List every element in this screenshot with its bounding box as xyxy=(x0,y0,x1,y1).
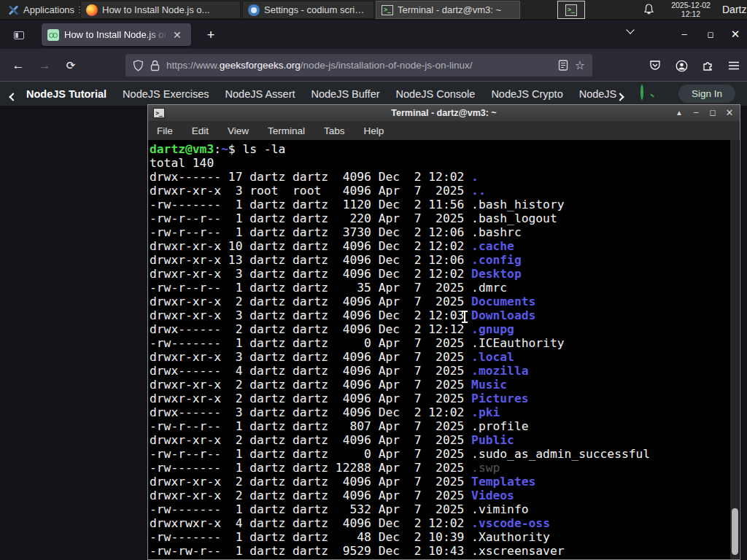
nav-items: NodeJS Tutorial NodeJS Exercises NodeJS … xyxy=(26,82,619,106)
scrollbar-thumb[interactable] xyxy=(732,508,738,555)
list-all-tabs-button[interactable] xyxy=(622,27,639,42)
taskbar-window-terminal[interactable]: >_ Terminal - dartz@vm3: ~ xyxy=(376,1,520,19)
chevron-right-icon xyxy=(616,93,624,101)
terminal-icon: >_ xyxy=(565,4,577,16)
firefox-icon xyxy=(86,4,98,16)
terminal-window: >_ Terminal - dartz@vm3: ~ ▲ – ◻ ✕ File … xyxy=(147,104,740,560)
terminal-close-button[interactable]: ✕ xyxy=(721,105,738,121)
firefox-view-button[interactable] xyxy=(9,25,29,45)
applications-label: Applications xyxy=(23,4,74,15)
terminal-line: drwx------ 17 dartz dartz 4096 Dec 2 12:… xyxy=(150,170,740,184)
bookmark-star-icon[interactable]: ☆ xyxy=(575,58,585,72)
nav-item-console[interactable]: NodeJS Console xyxy=(396,88,476,100)
reload-button[interactable]: ⟳ xyxy=(61,56,80,75)
terminal-shade-button[interactable]: ▲ xyxy=(671,105,687,121)
extensions-icon[interactable] xyxy=(697,55,718,76)
tab-title: How to Install Node.js on xyxy=(64,29,168,40)
terminal-line: drwxr-xr-x 2 dartz dartz 4096 Apr 7 2025… xyxy=(150,433,740,447)
browser-maximize-button[interactable]: ◻ xyxy=(701,25,720,44)
nav-item-tutorial[interactable]: NodeJS Tutorial xyxy=(26,88,107,100)
nav-item-dns[interactable]: NodeJS DNS xyxy=(579,88,619,100)
applications-menu-button[interactable]: Applications xyxy=(3,0,90,20)
terminal-line: -rw-r--r-- 1 dartz dartz 3730 Dec 2 12:0… xyxy=(150,225,740,239)
terminal-line: -rw------- 1 dartz dartz 532 Apr 7 2025 … xyxy=(150,502,740,516)
menu-tabs[interactable]: Tabs xyxy=(324,125,345,136)
terminal-line: drwx------ 3 dartz dartz 4096 Dec 2 12:0… xyxy=(150,405,740,419)
browser-minimize-button[interactable]: – xyxy=(675,25,694,44)
terminal-line: drwxr-xr-x 3 dartz dartz 4096 Dec 2 12:0… xyxy=(150,308,740,322)
terminal-line: -rw------- 1 dartz dartz 48 Dec 2 10:39 … xyxy=(150,530,740,544)
nav-scroll-left-button[interactable] xyxy=(10,90,16,103)
search-icon xyxy=(640,85,643,100)
browser-tab-bar: How to Install Node.js on ✕ + – ◻ ✕ xyxy=(0,20,747,49)
terminal-titlebar[interactable]: >_ Terminal - dartz@vm3: ~ ▲ – ◻ ✕ xyxy=(148,105,740,121)
terminal-line: drwxr-xr-x 13 dartz dartz 4096 Dec 2 12:… xyxy=(150,253,740,267)
browser-tab-active[interactable]: How to Install Node.js on ✕ xyxy=(42,23,191,46)
terminal-line: drwxr-xr-x 2 dartz dartz 4096 Apr 7 2025… xyxy=(150,489,740,502)
terminal-line: drwxr-xr-x 2 dartz dartz 4096 Apr 7 2025… xyxy=(150,295,740,308)
terminal-line: drwxr-xr-x 10 dartz dartz 4096 Dec 2 12:… xyxy=(150,239,740,253)
nav-item-buffer[interactable]: NodeJS Buffer xyxy=(311,88,380,100)
terminal-minimize-button[interactable]: – xyxy=(688,105,704,121)
terminal-maximize-button[interactable]: ◻ xyxy=(705,105,721,121)
taskbar-window-firefox[interactable]: How to Install Node.js o... xyxy=(80,1,241,19)
terminal-line: drwxr-xr-x 3 root root 4096 Apr 7 2025 .… xyxy=(150,184,740,198)
search-button[interactable] xyxy=(640,86,657,102)
nav-item-assert[interactable]: NodeJS Assert xyxy=(225,88,295,100)
terminal-line: drwxr-xr-x 2 dartz dartz 4096 Apr 7 2025… xyxy=(150,475,740,489)
clock-time: 12:12 xyxy=(662,10,719,19)
menu-view[interactable]: View xyxy=(228,125,249,136)
terminal-line: -rw------- 1 dartz dartz 0 Apr 7 2025 .I… xyxy=(150,336,740,350)
terminal-menubar: File Edit View Terminal Tabs Help xyxy=(148,121,740,140)
browser-toolbar: ← → ⟳ https://www.geeksforgeeks.org/node… xyxy=(0,49,747,82)
menu-file[interactable]: File xyxy=(157,125,173,136)
pocket-save-icon[interactable] xyxy=(645,55,665,76)
terminal-line: -rw------- 1 dartz dartz 12288 Apr 7 202… xyxy=(150,461,740,475)
tray-terminal-launcher[interactable]: >_ xyxy=(557,1,585,19)
lock-icon[interactable] xyxy=(150,60,160,71)
nav-item-exercises[interactable]: NodeJS Exercises xyxy=(123,88,209,100)
nav-scroll-right-button[interactable] xyxy=(617,90,623,103)
forward-button[interactable]: → xyxy=(35,56,54,75)
account-icon[interactable] xyxy=(671,55,692,76)
terminal-line: drwxr-xr-x 2 dartz dartz 4096 Apr 7 2025… xyxy=(150,378,740,392)
taskbar-window-title: Settings - codium script... xyxy=(264,4,368,15)
browser-close-button[interactable]: ✕ xyxy=(726,25,745,44)
taskbar-window-title: Terminal - dartz@vm3: ~ xyxy=(398,4,501,15)
menu-terminal[interactable]: Terminal xyxy=(268,125,305,136)
terminal-line: -rw------- 1 dartz dartz 1120 Dec 2 11:5… xyxy=(150,198,740,211)
terminal-output[interactable]: dartz@vm3:~$ ls -latotal 140drwx------ 1… xyxy=(148,140,740,559)
terminal-line: -rw-r--r-- 1 dartz dartz 807 Apr 7 2025 … xyxy=(150,419,740,433)
taskbar-clock[interactable]: 2025-12-02 12:12 xyxy=(662,1,719,18)
terminal-line: drwxr-xr-x 3 dartz dartz 4096 Dec 2 12:0… xyxy=(150,267,740,281)
new-tab-button[interactable]: + xyxy=(201,26,220,45)
back-button[interactable]: ← xyxy=(9,56,28,75)
nav-item-crypto[interactable]: NodeJS Crypto xyxy=(491,88,562,100)
sign-in-button[interactable]: Sign In xyxy=(678,85,735,103)
tracking-shield-icon[interactable] xyxy=(133,60,144,71)
menu-edit[interactable]: Edit xyxy=(192,125,209,136)
terminal-line: -rw-rw-r-- 1 dartz dartz 9529 Dec 2 10:4… xyxy=(150,544,740,558)
terminal-line: total 140 xyxy=(150,156,740,170)
terminal-line: drwx------ 4 dartz dartz 4096 Apr 7 2025… xyxy=(150,364,740,378)
taskbar: Applications How to Install Node.js o...… xyxy=(0,0,747,20)
site-navigation-bar: NodeJS Tutorial NodeJS Exercises NodeJS … xyxy=(0,82,747,106)
terminal-icon: >_ xyxy=(382,5,393,15)
terminal-scrollbar[interactable] xyxy=(730,140,739,559)
distro-logo-icon xyxy=(7,4,19,16)
firefox-view-icon xyxy=(14,31,24,39)
vscodium-icon xyxy=(248,4,260,16)
taskbar-window-title: How to Install Node.js o... xyxy=(102,4,209,15)
reader-mode-icon[interactable] xyxy=(558,60,568,71)
menu-hamburger-icon[interactable] xyxy=(724,55,744,76)
user-label[interactable]: Dartz xyxy=(722,4,746,15)
terminal-line: drwxr-xr-x 3 dartz dartz 4096 Apr 7 2025… xyxy=(150,350,740,364)
url-bar[interactable]: https://www.geeksforgeeks.org/node-js/in… xyxy=(125,54,592,77)
notification-bell-icon[interactable] xyxy=(643,4,654,15)
taskbar-window-vscodium[interactable]: Settings - codium script... xyxy=(242,1,374,19)
menu-help[interactable]: Help xyxy=(364,125,384,136)
chevron-down-icon xyxy=(626,26,634,34)
tab-close-icon[interactable]: ✕ xyxy=(173,30,182,40)
url-text: https://www.geeksforgeeks.org/node-js/in… xyxy=(166,60,551,71)
terminal-line: -rw-r--r-- 1 dartz dartz 220 Apr 7 2025 … xyxy=(150,211,740,225)
